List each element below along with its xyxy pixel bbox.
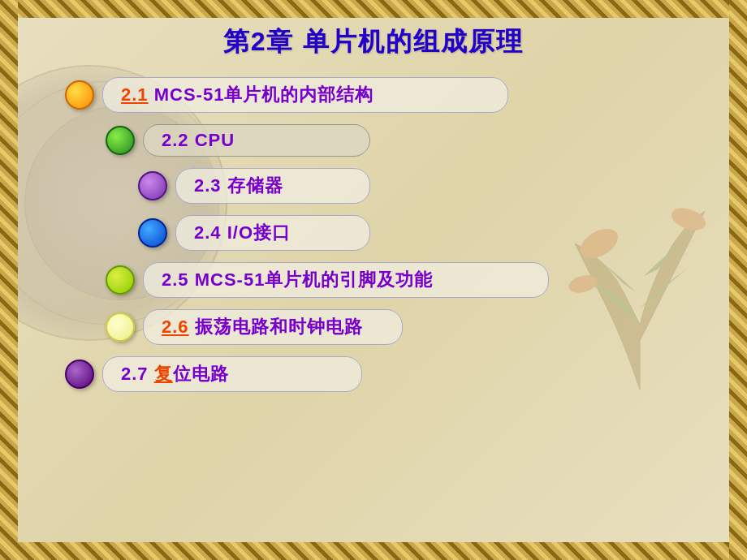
label-box-2-7[interactable]: 2.7 复位电路 <box>102 356 362 392</box>
label-text-2-4: 2.4 I/O接口 <box>194 222 291 243</box>
label-text-2-5: 2.5 MCS-51单片机的引脚及功能 <box>162 269 433 290</box>
bullet-2-5 <box>106 265 135 295</box>
menu-item-2-5[interactable]: 2.5 MCS-51单片机的引脚及功能 <box>106 262 723 298</box>
link-fu[interactable]: 复 <box>154 364 173 384</box>
link-2-1[interactable]: 2.1 <box>121 84 149 105</box>
label-text-2-3: 2.3 存储器 <box>194 175 283 196</box>
bullet-2-1 <box>65 80 94 110</box>
bullet-2-4 <box>138 218 167 248</box>
menu-item-2-1[interactable]: 2.1 MCS-51单片机的内部结构 <box>65 77 723 113</box>
bullet-2-3 <box>138 171 167 200</box>
label-text-2-1: 2.1 MCS-51单片机的内部结构 <box>121 84 374 105</box>
border-top <box>0 0 747 18</box>
bullet-2-7 <box>65 360 94 389</box>
page-container: 第2章 单片机的组成原理 2.1 MCS-51单片机的内部结构 2.2 CPU … <box>0 0 747 560</box>
menu-item-2-3[interactable]: 2.3 存储器 <box>138 168 723 204</box>
bullet-2-6 <box>106 312 135 342</box>
menu-item-2-7[interactable]: 2.7 复位电路 <box>65 356 723 392</box>
label-box-2-5[interactable]: 2.5 MCS-51单片机的引脚及功能 <box>143 262 549 298</box>
label-box-2-1[interactable]: 2.1 MCS-51单片机的内部结构 <box>102 77 508 113</box>
label-box-2-3[interactable]: 2.3 存储器 <box>175 168 370 204</box>
border-right <box>729 0 747 560</box>
label-text-2-2: 2.2 CPU <box>162 130 235 150</box>
page-title: 第2章 单片机的组成原理 <box>0 24 747 60</box>
menu-item-2-2[interactable]: 2.2 CPU <box>106 124 723 157</box>
menu-item-2-4[interactable]: 2.4 I/O接口 <box>138 215 723 251</box>
label-box-2-2[interactable]: 2.2 CPU <box>143 124 370 157</box>
border-left <box>0 0 18 560</box>
label-box-2-6[interactable]: 2.6 振荡电路和时钟电路 <box>143 309 403 345</box>
label-text-2-6: 2.6 振荡电路和时钟电路 <box>162 317 363 337</box>
bullet-2-2 <box>106 126 135 155</box>
label-text-2-7: 2.7 复位电路 <box>121 364 229 384</box>
border-bottom <box>0 542 747 560</box>
link-2-6[interactable]: 2.6 <box>162 317 189 337</box>
menu-item-2-6[interactable]: 2.6 振荡电路和时钟电路 <box>106 309 723 345</box>
menu-container: 2.1 MCS-51单片机的内部结构 2.2 CPU 2.3 存储器 2.4 I… <box>65 77 723 403</box>
label-box-2-4[interactable]: 2.4 I/O接口 <box>175 215 370 251</box>
